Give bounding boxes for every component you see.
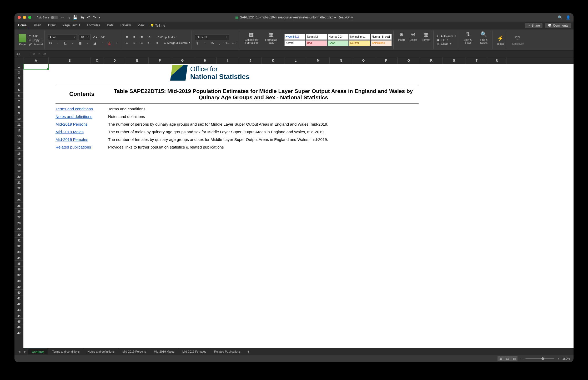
row-header-14[interactable]: 14 [14,139,23,145]
user-account-icon[interactable]: 👤 [566,15,570,19]
row-header-38[interactable]: 38 [14,278,23,284]
zoom-in-button[interactable]: + [557,357,559,360]
row-header-26[interactable]: 26 [14,209,23,214]
page-layout-view-button[interactable]: ▤ [504,356,511,361]
sheet-tab-notes-and-definitions[interactable]: Notes and definitions [84,349,118,354]
conditional-formatting-button[interactable]: ▦Conditional Formatting [242,31,261,49]
column-header-I[interactable]: I [217,57,239,64]
cell-style-normal-2-2[interactable]: Normal 2 2 [328,34,349,40]
ribbon-tab-data[interactable]: Data [106,22,114,29]
align-left-button[interactable]: ≡ [124,40,130,46]
ideas-button[interactable]: ⚡Ideas [496,34,505,45]
column-header-R[interactable]: R [420,57,443,64]
normal-view-button[interactable]: ▦ [497,356,504,361]
ribbon-tab-review[interactable]: Review [119,22,132,29]
sheet-tab-mid-2019-males[interactable]: Mid-2019 Males [150,349,178,354]
sensitivity-button[interactable]: 🛡Sensitivity [510,34,525,45]
column-header-A[interactable]: A [23,57,49,64]
row-header-6[interactable]: 6 [14,93,23,98]
row-header-7[interactable]: 7 [14,98,23,104]
insert-cells-button[interactable]: ⊕Insert [397,31,406,49]
align-right-button[interactable]: ≡ [139,40,144,46]
contents-link-notes-and-definitions[interactable]: Notes and definitions [56,114,92,119]
ribbon-tab-view[interactable]: View [137,22,145,29]
row-header-4[interactable]: 4 [14,81,23,87]
ribbon-tab-formulas[interactable]: Formulas [86,22,101,29]
contents-link-mid-2019-persons[interactable]: Mid-2019 Persons [56,122,88,126]
comments-button[interactable]: 💬 Comments [545,23,571,28]
row-header-18[interactable]: 18 [14,162,23,168]
chevron-down-icon[interactable]: ▾ [114,41,119,46]
chevron-down-icon[interactable]: ▾ [85,41,90,46]
row-header-41[interactable]: 41 [14,295,23,301]
underline-button[interactable]: U [63,41,68,46]
cell-style-bad[interactable]: Bad [306,40,327,46]
row-header-33[interactable]: 33 [14,249,23,255]
home-icon[interactable]: ⌂ [68,15,70,20]
row-header-45[interactable]: 45 [14,319,23,324]
column-header-J[interactable]: J [239,57,262,64]
font-size-select[interactable]: 10▾ [79,34,91,40]
align-center-button[interactable]: ≡ [132,40,137,46]
row-header-21[interactable]: 21 [14,180,23,185]
cut-button[interactable]: ✂Cut [29,34,43,37]
row-header-44[interactable]: 44 [14,313,23,319]
paste-button[interactable]: Paste [18,33,27,47]
sheet-tab-related-publications[interactable]: Related Publications [210,349,244,354]
row-header-11[interactable]: 11 [14,122,23,127]
copy-button[interactable]: ⎘Copy▾ [29,38,43,42]
save-icon[interactable]: 💾 [73,15,78,20]
sheet-tab-terms-and-conditions[interactable]: Terms and conditions [49,349,83,354]
increase-decimal-button[interactable]: .0→ [224,41,230,46]
align-top-button[interactable]: ≡ [124,34,130,40]
row-header-2[interactable]: 2 [14,70,23,75]
cell-style-neutral[interactable]: Neutral [349,40,370,46]
font-name-select[interactable]: Arial▾ [48,34,77,40]
column-header-E[interactable]: E [126,57,149,64]
contents-link-terms-and-conditions[interactable]: Terms and conditions [56,107,93,111]
add-sheet-button[interactable]: + [245,349,252,354]
comma-button[interactable]: , [217,41,222,46]
align-bottom-button[interactable]: ≡ [139,34,144,40]
sheet-nav-next-button[interactable]: ▶ [22,350,28,353]
row-header-8[interactable]: 8 [14,104,23,110]
ribbon-tab-insert[interactable]: Insert [32,22,42,29]
sort-filter-button[interactable]: ⇅Sort & Filter [461,31,475,49]
contents-link-mid-2019-males[interactable]: Mid-2019 Males [56,130,84,134]
currency-button[interactable]: $ [195,41,200,46]
row-header-42[interactable]: 42 [14,301,23,307]
clear-button[interactable]: ◇Clear▾ [437,42,456,46]
cell-style-calculation[interactable]: Calculation [371,40,392,46]
name-box[interactable]: A1 [14,52,30,56]
row-header-10[interactable]: 10 [14,116,23,122]
select-all-corner[interactable] [14,57,23,64]
minimize-window-button[interactable] [23,16,26,19]
share-button[interactable]: ↗ Share [525,23,542,28]
column-header-B[interactable]: B [49,57,91,64]
borders-button[interactable]: ▦ [77,41,83,46]
column-header-O[interactable]: O [352,57,375,64]
print-icon[interactable]: 🖶 [80,15,84,20]
row-header-20[interactable]: 20 [14,174,23,180]
contents-link-related-publications[interactable]: Related publications [56,145,91,149]
ribbon-tab-home[interactable]: Home [17,22,28,29]
align-middle-button[interactable]: ≡ [132,34,137,40]
decrease-font-button[interactable]: A▾ [100,34,105,40]
undo-icon[interactable]: ↶ [87,15,90,20]
column-header-L[interactable]: L [284,57,307,64]
row-header-3[interactable]: 3 [14,75,23,81]
zoom-out-button[interactable]: − [521,357,522,360]
row-header-47[interactable]: 47 [14,330,23,336]
row-header-16[interactable]: 16 [14,151,23,156]
zoom-slider[interactable] [525,358,554,359]
search-icon[interactable]: 🔍 [558,15,562,19]
cancel-formula-icon[interactable]: ✕ [33,52,36,56]
ribbon-tab-page-layout[interactable]: Page Layout [61,22,81,29]
column-header-F[interactable]: F [149,57,171,64]
fill-button[interactable]: ▣Fill▾ [437,38,456,42]
orientation-button[interactable]: ⟳ [147,34,152,40]
autosave-toggle[interactable]: AutoSave OFF [37,16,64,19]
format-painter-button[interactable]: 🖌Format [29,43,43,46]
worksheet-grid[interactable]: 1234567891011121314151617181920212223242… [14,64,574,348]
decrease-decimal-button[interactable]: ←.0 [232,41,237,46]
